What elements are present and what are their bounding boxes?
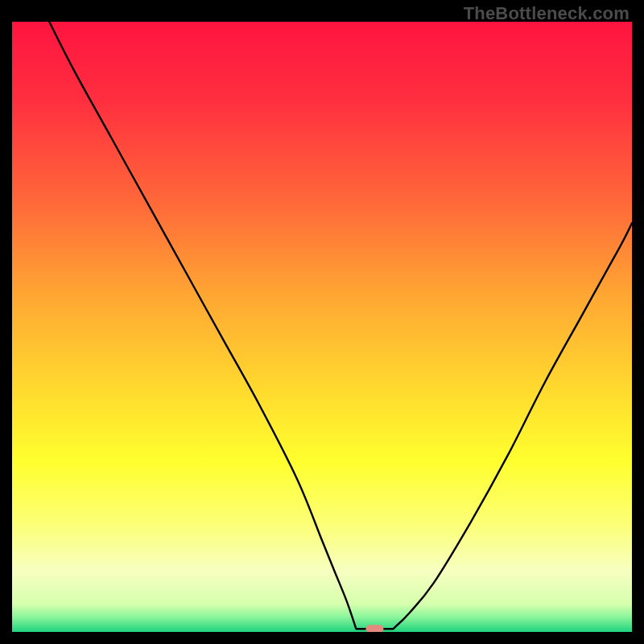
plot-svg bbox=[12, 22, 632, 632]
chart-frame: TheBottleneck.com bbox=[0, 0, 644, 644]
minimum-marker bbox=[365, 625, 383, 632]
bottleneck-plot bbox=[12, 22, 632, 632]
